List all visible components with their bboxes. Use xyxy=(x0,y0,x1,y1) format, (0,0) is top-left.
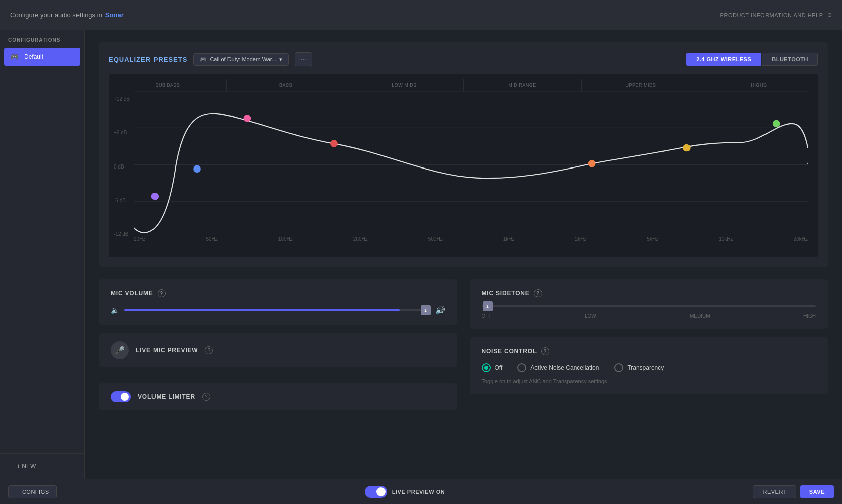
eq-chart: SUB BASS BASS LOW MIDS MID RANGE UPPER M… xyxy=(109,74,818,257)
eq-node-5[interactable] xyxy=(588,160,596,167)
freq-upper-mids: UPPER MIDS xyxy=(582,79,700,91)
eq-edge-handle[interactable] xyxy=(807,160,808,167)
eq-hz-row: 20Hz 50Hz 100Hz 200Hz 500Hz 1kHz 2kHz 5k… xyxy=(134,233,808,242)
eq-title: EQUALIZER PRESETS xyxy=(109,56,187,63)
sidebar-item-default[interactable]: 🎮 Default xyxy=(4,48,80,66)
noise-options: Off Active Noise Cancellation Transparen… xyxy=(482,363,816,372)
radio-off-label: Off xyxy=(495,364,503,371)
mic-volume-fill xyxy=(124,309,400,311)
volume-limiter-label: VOLUME LIMITER xyxy=(138,393,195,400)
live-preview-toggle: LIVE PREVIEW ON xyxy=(365,486,445,498)
mic-preview-section: 🎤 LIVE MIC PREVIEW ? xyxy=(99,333,457,367)
eq-graph-area: +12 dB +6 dB 0 dB -6 dB -12 dB xyxy=(109,91,818,242)
eq-freq-labels: SUB BASS BASS LOW MIDS MID RANGE UPPER M… xyxy=(109,79,818,91)
eq-mode-buttons: 2.4 GHz WIRELESS BLUETOOTH xyxy=(686,53,818,66)
eq-preset-button[interactable]: 🎮 Call of Duty: Modern War... ▾ xyxy=(193,53,289,66)
volume-limiter-toggle[interactable] xyxy=(111,391,131,402)
eq-node-1[interactable] xyxy=(151,193,159,200)
top-bar: Configure your audio settings in Sonar P… xyxy=(0,0,842,30)
radio-anc xyxy=(517,363,526,372)
noise-option-off[interactable]: Off xyxy=(482,363,503,372)
freq-bass: BASS xyxy=(227,79,345,91)
radio-off xyxy=(482,363,491,372)
sidetone-slider: 1 xyxy=(482,305,816,307)
volume-limiter-section: VOLUME LIMITER ? xyxy=(99,383,457,410)
help-circle-icon: ⊙ xyxy=(827,12,832,18)
sonar-link[interactable]: Sonar xyxy=(105,11,124,19)
freq-highs: HIGHS xyxy=(700,79,818,91)
radio-transparency xyxy=(614,363,623,372)
sidebar: CONFIGURATIONS 🎮 Default + + NEW xyxy=(0,30,85,479)
eq-db-labels: +12 dB +6 dB 0 dB -6 dB -12 dB xyxy=(114,91,130,242)
sidebar-item-label: Default xyxy=(24,53,43,60)
sidetone-track[interactable]: 1 xyxy=(482,305,816,307)
microphone-icon-circle: 🎤 xyxy=(111,341,129,359)
noise-control-label: NOISE CONTROL ? xyxy=(482,347,816,355)
mic-sidetone-help[interactable]: ? xyxy=(534,289,542,297)
top-bar-left: Configure your audio settings in Sonar xyxy=(10,11,124,19)
eq-node-4[interactable] xyxy=(330,140,338,147)
eq-node-2[interactable] xyxy=(193,165,201,173)
preset-game-icon: 🎮 xyxy=(200,56,207,63)
volume-limiter-help[interactable]: ? xyxy=(202,393,210,401)
configs-button[interactable]: ≡ CONFIGS xyxy=(8,485,57,498)
freq-sub-bass: SUB BASS xyxy=(109,79,227,91)
radio-transparency-label: Transparency xyxy=(627,364,664,371)
controls-row: MIC VOLUME ? 🔈 1 🔊 🎤 xyxy=(99,279,828,410)
sidetone-thumb[interactable]: 1 xyxy=(483,301,493,311)
eq-node-7[interactable] xyxy=(773,120,780,128)
game-icon: 🎮 xyxy=(9,52,19,62)
plus-icon: + xyxy=(10,463,14,470)
bluetooth-mode-button[interactable]: BLUETOOTH xyxy=(762,53,818,66)
volume-low-icon: 🔈 xyxy=(111,306,119,314)
left-panel: MIC VOLUME ? 🔈 1 🔊 🎤 xyxy=(99,279,457,410)
eq-header: EQUALIZER PRESETS 🎮 Call of Duty: Modern… xyxy=(109,52,818,66)
mic-preview-label: LIVE MIC PREVIEW xyxy=(136,347,198,354)
save-button[interactable]: SAVE xyxy=(800,485,834,498)
product-help[interactable]: PRODUCT INFORMATION AND HELP ⊙ xyxy=(720,12,832,18)
eq-curve-svg xyxy=(134,91,808,238)
volume-high-icon: 🔊 xyxy=(435,305,445,315)
equalizer-section: EQUALIZER PRESETS 🎮 Call of Duty: Modern… xyxy=(99,42,828,267)
configure-text: Configure your audio settings in xyxy=(10,11,102,19)
noise-control-help[interactable]: ? xyxy=(541,347,549,355)
right-panel: MIC SIDETONE ? 1 OFF LOW MEDIUM HIGH xyxy=(470,279,828,410)
mic-volume-track[interactable]: 1 xyxy=(124,309,430,311)
toggle-knob xyxy=(121,393,129,401)
main-content: EQUALIZER PRESETS 🎮 Call of Duty: Modern… xyxy=(85,30,842,479)
bottom-right-buttons: REVERT SAVE xyxy=(753,485,834,498)
mic-volume-thumb[interactable]: 1 xyxy=(421,305,431,315)
eq-header-left: EQUALIZER PRESETS 🎮 Call of Duty: Modern… xyxy=(109,52,312,66)
freq-mid-range: MID RANGE xyxy=(464,79,582,91)
sidebar-header: CONFIGURATIONS xyxy=(0,30,84,47)
noise-control-section: NOISE CONTROL ? Off xyxy=(470,337,828,394)
microphone-icon: 🎤 xyxy=(115,346,125,355)
list-icon: ≡ xyxy=(16,489,19,495)
noise-option-anc[interactable]: Active Noise Cancellation xyxy=(517,363,599,372)
freq-low-mids: LOW MIDS xyxy=(345,79,464,91)
noise-option-transparency[interactable]: Transparency xyxy=(614,363,664,372)
live-preview-label: LIVE PREVIEW ON xyxy=(392,489,445,495)
radio-anc-label: Active Noise Cancellation xyxy=(530,364,599,371)
mic-sidetone-section: MIC SIDETONE ? 1 OFF LOW MEDIUM HIGH xyxy=(470,279,828,329)
wireless-mode-button[interactable]: 2.4 GHz WIRELESS xyxy=(686,53,761,66)
radio-off-inner xyxy=(484,366,488,370)
mic-volume-help[interactable]: ? xyxy=(158,289,166,297)
noise-hint: Toggle on to adjust ANC and Transparency… xyxy=(482,378,816,384)
mic-sidetone-label: MIC SIDETONE ? xyxy=(482,289,816,297)
mic-preview-help[interactable]: ? xyxy=(205,346,213,354)
mic-volume-slider-row: 🔈 1 🔊 xyxy=(111,305,445,315)
eq-node-6[interactable] xyxy=(683,144,691,152)
sidebar-bottom: + + NEW xyxy=(0,453,84,479)
chevron-down-icon: ▾ xyxy=(279,56,282,63)
sidetone-labels: OFF LOW MEDIUM HIGH xyxy=(482,313,816,319)
mic-volume-section: MIC VOLUME ? 🔈 1 🔊 xyxy=(99,279,457,325)
live-preview-knob xyxy=(376,487,386,496)
live-preview-switch[interactable] xyxy=(365,486,387,498)
bottom-bar: ≡ CONFIGS LIVE PREVIEW ON REVERT SAVE xyxy=(0,479,842,504)
revert-button[interactable]: REVERT xyxy=(753,485,796,498)
add-new-button[interactable]: + + NEW xyxy=(6,460,40,473)
mic-volume-label: MIC VOLUME ? xyxy=(111,289,445,297)
eq-more-button[interactable]: ··· xyxy=(295,52,312,66)
eq-node-3[interactable] xyxy=(244,115,251,122)
